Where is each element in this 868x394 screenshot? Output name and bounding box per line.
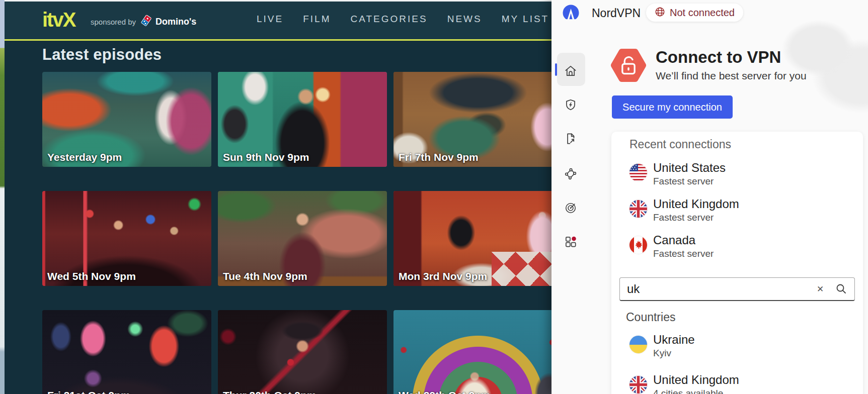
server-subtitle: Fastest server (653, 248, 714, 259)
canada-flag-icon (629, 236, 647, 254)
sidebar-item-file-share[interactable] (564, 132, 578, 146)
itvx-nav: LIVE FILM CATEGORIES NEWS MY LIST (257, 14, 549, 25)
status-badge: Not connected (646, 4, 743, 22)
country-name: Ukraine (653, 333, 695, 347)
episode-card[interactable]: Tue 4th Nov 9pm (218, 191, 387, 286)
uk-flag-icon (629, 200, 647, 218)
server-subtitle: Fastest server (653, 176, 714, 187)
episode-thumbnail (393, 310, 551, 394)
episode-label: Sun 9th Nov 9pm (223, 151, 309, 163)
accent-line (5, 39, 551, 41)
episode-thumbnail (42, 310, 211, 394)
episode-card[interactable]: Thur 30th Oct 9pm (218, 310, 387, 394)
unprotected-lock-icon (610, 48, 647, 83)
country-name: United States (653, 161, 726, 175)
episode-label: Mon 3rd Nov 9pm (399, 270, 487, 282)
episode-card[interactable]: Fri 7th Nov 9pm (393, 72, 551, 167)
sponsor-block: sponsored by (91, 15, 196, 29)
secure-connection-button[interactable]: Secure my connection (612, 95, 733, 119)
sidebar-item-threat-protection[interactable] (564, 98, 578, 112)
nav-live[interactable]: LIVE (257, 14, 283, 25)
episode-label: Tue 4th Nov 9pm (223, 270, 307, 282)
countries-header: Countries (626, 311, 675, 324)
episode-card[interactable]: Fri 31st Oct 9pm (42, 310, 211, 394)
hero-subtitle: We’ll find the best server for you (656, 70, 807, 82)
home-icon (564, 64, 578, 78)
connection-row-united-kingdom[interactable]: United Kingdom Fastest server (611, 198, 863, 230)
sponsored-by-label: sponsored by (91, 18, 136, 26)
uk-flag-icon (629, 376, 647, 393)
episode-label: Yesterday 9pm (47, 151, 122, 163)
app-name: NordVPN (592, 7, 641, 20)
screen: itvX sponsored by (0, 0, 868, 394)
sidebar-item-meshnet[interactable] (564, 167, 578, 181)
connections-card: Recent connections (611, 132, 863, 394)
nordvpn-panel: NordVPN Not connected (551, 0, 868, 394)
itvx-header: itvX sponsored by (5, 2, 551, 39)
active-indicator (555, 63, 557, 76)
us-flag-icon (629, 164, 647, 181)
episode-card[interactable]: Yesterday 9pm (42, 72, 211, 167)
cities-subtitle: 4 cities available (653, 388, 723, 394)
nordvpn-logo-icon (563, 5, 579, 21)
dominos-logo-icon (140, 15, 152, 29)
country-name: Canada (653, 233, 695, 247)
shield-bolt-icon (564, 98, 578, 112)
sidebar-item-extras[interactable] (564, 235, 578, 249)
nav-categories[interactable]: CATEGORIES (350, 14, 427, 25)
city-subtitle: Kyiv (653, 348, 671, 359)
nav-news[interactable]: NEWS (447, 14, 482, 25)
extras-grid-icon (564, 235, 578, 249)
connection-row-canada[interactable]: Canada Fastest server (611, 234, 863, 266)
search-box: ✕ (619, 277, 855, 301)
episode-card[interactable]: Mon 3rd Nov 9pm (393, 191, 551, 286)
nav-film[interactable]: FILM (303, 14, 331, 25)
search-icon[interactable] (834, 282, 848, 297)
itvx-site: itvX sponsored by (5, 0, 551, 394)
episode-card[interactable]: Sun 9th Nov 9pm (218, 72, 387, 167)
country-name: United Kingdom (653, 373, 739, 387)
episode-label: Wed 5th Nov 9pm (47, 270, 136, 282)
ukraine-flag-icon (629, 336, 647, 353)
episode-card[interactable]: Wed 5th Nov 9pm (42, 191, 211, 286)
connection-row-united-kingdom-result[interactable]: United Kingdom 4 cities available (611, 374, 863, 394)
meshnet-nodes-icon (564, 167, 578, 181)
episode-card[interactable]: Wed 29th Oct 9pm (393, 310, 551, 394)
dedicated-ip-target-icon (564, 201, 578, 215)
episode-label: Wed 29th Oct 9pm (399, 389, 491, 394)
episode-label: Fri 31st Oct 9pm (47, 389, 130, 394)
hero-title: Connect to VPN (656, 48, 781, 67)
connection-row-united-states[interactable]: United States Fastest server (611, 162, 863, 194)
file-share-icon (564, 132, 578, 146)
server-subtitle: Fastest server (653, 212, 714, 223)
status-text: Not connected (670, 7, 735, 19)
notification-dot (572, 237, 576, 241)
connection-row-ukraine[interactable]: Ukraine Kyiv (611, 334, 863, 366)
section-title: Latest episodes (42, 46, 162, 64)
country-name: United Kingdom (653, 197, 739, 211)
dominos-sponsor-link[interactable]: Domino's (140, 15, 196, 29)
episode-thumbnail (218, 310, 387, 394)
itvx-logo[interactable]: itvX (42, 9, 75, 31)
desktop-edge-strip (0, 0, 5, 394)
dominos-name: Domino's (155, 17, 196, 27)
sidebar-item-dedicated-ip[interactable] (564, 201, 578, 215)
checkered-floor-art (492, 252, 551, 286)
episode-label: Thur 30th Oct 9pm (223, 389, 317, 394)
globe-icon (655, 7, 665, 19)
clear-search-button[interactable]: ✕ (814, 283, 826, 296)
episode-label: Fri 7th Nov 9pm (399, 151, 479, 163)
nav-my-list[interactable]: MY LIST (502, 14, 549, 25)
sidebar-item-home[interactable] (564, 64, 578, 78)
nordvpn-sidebar (551, 25, 589, 394)
recent-connections-header: Recent connections (629, 138, 731, 151)
